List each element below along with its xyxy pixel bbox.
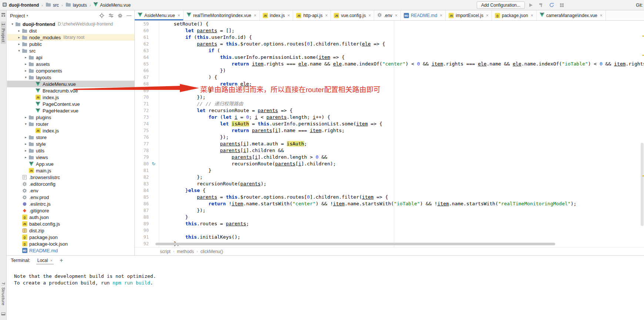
tree-item-node-modules[interactable]: ▸node_moduleslibrary root [7,34,134,41]
close-tab-icon[interactable]: × [531,13,533,18]
code-line[interactable]: parents[i].meta.auth = isAuth; [162,141,644,147]
line-number[interactable]: 85 [135,194,149,201]
chevron-collapsed-icon[interactable]: ▸ [17,42,21,46]
chevron-collapsed-icon[interactable]: ▸ [23,142,28,146]
new-terminal-session-icon[interactable]: + [60,258,63,263]
editor-tab-readme-md[interactable]: MDREADME.md× [401,10,446,20]
tree-item-pagecontent-vue[interactable]: PageContent.vue [7,101,134,107]
code-line[interactable]: let isAuth = this.userInfo.permissionLis… [162,121,644,127]
code-line[interactable]: }; [162,174,644,181]
tree-item-index-js[interactable]: JSindex.js [7,94,134,101]
line-number[interactable]: 73 [135,114,149,121]
line-number[interactable]: 76 [135,134,149,141]
editor-tab-http-api-js[interactable]: JShttp-api.js× [293,10,331,20]
editor-tab-asidemenu-vue[interactable]: AsideMenu.vue× [135,10,184,20]
editor-tab-cameramanage-index-vue[interactable]: cameraManage\index.vue× [537,10,606,20]
close-tab-icon[interactable]: × [254,13,256,18]
code-line[interactable]: recursionRoute(parents[i].children); [162,161,644,167]
code-editor[interactable]: 5960616263646566676869707172737475767778… [135,21,644,247]
vertical-scrollbar[interactable] [641,143,644,226]
tree-item-layouts[interactable]: ▾layouts [7,74,134,81]
line-number[interactable]: 65 [135,61,149,67]
line-number[interactable]: 64 [135,54,149,61]
error-stripe-mark[interactable] [642,55,644,56]
bottom-strip-icon[interactable] [1,311,6,317]
close-icon[interactable]: × [50,258,52,263]
code-line[interactable]: this.userInfo.permissionList.some(item =… [162,54,644,61]
chevron-expanded-icon[interactable]: ▾ [17,49,21,53]
line-number[interactable]: 84 [135,187,149,194]
error-stripe-mark[interactable] [642,175,644,176]
line-number[interactable]: 77 [135,141,149,147]
line-number[interactable]: 78 [135,147,149,154]
tree-item-api[interactable]: ▸api [7,54,134,61]
chevron-expanded-icon[interactable]: ▾ [10,22,15,26]
code-line[interactable] [162,227,644,234]
chevron-collapsed-icon[interactable]: ▸ [23,62,28,66]
code-line[interactable]: parents = this.$router.options.routes[0]… [162,194,644,201]
close-tab-icon[interactable]: × [325,13,328,18]
editor-tab-package-json[interactable]: {}package.json× [492,10,537,20]
tree-item-views[interactable]: ▸views [7,154,134,161]
chevron-expanded-icon[interactable]: ▾ [23,122,28,126]
code-line[interactable]: let parents = []; [162,27,644,34]
build-hammer-icon[interactable] [537,1,546,9]
tree-item-breadcrumb-vue[interactable]: Breadcrumb.vue [7,87,134,94]
run-icon[interactable] [526,1,535,9]
tree-item-editorconfig[interactable]: .editorconfig [7,181,134,187]
editor-tab-importexcel-js[interactable]: JSimportExcel.js× [446,10,492,20]
tree-item-assets[interactable]: ▸assets [7,61,134,67]
code-line[interactable]: return ele; [162,81,644,87]
line-number[interactable]: 83 [135,181,149,187]
chevron-collapsed-icon[interactable]: ▸ [23,69,28,73]
chevron-collapsed-icon[interactable]: ▸ [23,135,28,139]
breadcrumb-methods[interactable]: methods [177,249,194,254]
tree-item-public[interactable]: ▸public [7,41,134,47]
editor-tab-env[interactable]: .env× [374,10,401,20]
tree-item-browserslistrc[interactable]: .browserslistrc [7,174,134,181]
line-number[interactable]: 72 [135,107,149,114]
tree-item-env-prod[interactable]: .env.prod [7,194,134,201]
tree-item-src[interactable]: ▾src [7,47,134,54]
code-line[interactable]: this.initialKeys(); [162,234,644,240]
code-line[interactable]: setRoute() { [162,21,644,27]
tree-item-plugins[interactable]: ▸plugins [7,114,134,121]
line-number[interactable]: 71 [135,101,149,107]
tree-item-readme-md[interactable]: MDREADME.md [7,247,134,254]
line-number[interactable]: 82 [135,174,149,181]
line-number[interactable]: 79 [135,154,149,161]
close-tab-icon[interactable]: × [178,13,180,18]
line-number[interactable]: 81 [135,167,149,174]
settings-gear-icon[interactable] [118,13,123,18]
breadcrumb-item-src[interactable]: src [53,3,59,8]
tree-item-package-lock-json[interactable]: {}package-lock.json [7,240,134,247]
line-number[interactable]: 69 [135,87,149,94]
chevron-collapsed-icon[interactable]: ▸ [23,155,28,159]
view-options-icon[interactable] [108,13,114,18]
git-branch-widget[interactable]: Git: [636,3,643,8]
line-number[interactable]: 61 [135,34,149,41]
line-number[interactable]: 62 [135,41,149,47]
code-line[interactable]: for (let i = 0; i < parents.length; i++)… [162,114,644,121]
chevron-collapsed-icon[interactable]: ▸ [23,55,28,59]
line-number[interactable]: 87 [135,207,149,214]
horizontal-scrollbar[interactable] [155,243,555,245]
code-text[interactable]: setRoute() { let parents = []; if (this.… [162,21,644,247]
code-line[interactable]: } [162,167,644,174]
line-number[interactable]: 89 [135,220,149,227]
editor-tab-index-js[interactable]: JSindex.js× [260,10,294,20]
line-number[interactable]: 74 [135,121,149,127]
chevron-down-icon[interactable]: ▾ [26,14,28,17]
chevron-collapsed-icon[interactable]: ▸ [23,115,28,119]
code-line[interactable]: if ( [162,47,644,54]
tree-item-components[interactable]: ▸components [7,67,134,74]
tool-button-structure[interactable]: 7: Structure [1,280,6,307]
tool-window-switcher-icon[interactable] [1,13,6,18]
close-tab-icon[interactable]: × [395,13,398,18]
code-line[interactable]: }); [162,94,644,101]
code-line[interactable]: }else { [162,187,644,194]
tree-item-env[interactable]: .env [7,187,134,194]
tree-item-package-json[interactable]: {}package.json [7,234,134,240]
code-line[interactable]: parents[i].children && [162,147,644,154]
line-number[interactable]: 59 [135,21,149,27]
